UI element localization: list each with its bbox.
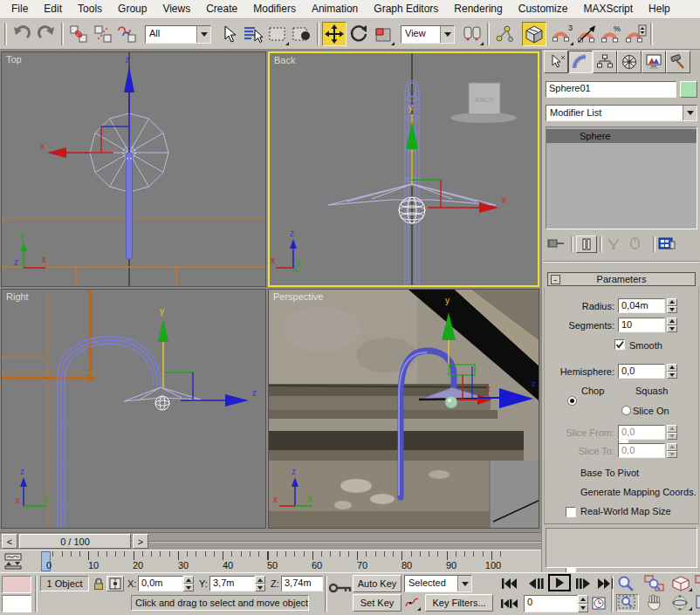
hemisphere-field[interactable]: 0,0 [618,364,665,379]
show-end-result-button[interactable] [576,236,597,253]
hemisphere-spinner[interactable] [667,364,677,379]
select-and-manipulate-button[interactable] [492,22,517,46]
snaps-toggle-button[interactable] [522,22,546,46]
menu-rendering[interactable]: Rendering [446,0,510,18]
arc-rotate-button[interactable] [670,594,693,612]
select-and-scale-button[interactable] [371,22,395,46]
play-button[interactable] [548,574,571,591]
auto-key-button[interactable]: Auto Key [353,575,401,592]
y-spinner[interactable] [255,576,265,591]
menu-file[interactable]: File [3,0,36,18]
zoom-extents-all-button[interactable] [695,575,700,592]
dropdown-arrow-icon[interactable] [457,576,471,591]
viewport-perspective-label[interactable]: Perspective [273,291,323,302]
select-object-button[interactable] [216,22,241,46]
previous-frame-button[interactable]: < [2,534,17,549]
x-coordinate-field[interactable]: 0,0m [138,576,183,591]
pin-stack-button[interactable] [547,236,568,252]
selected-sphere-perspective[interactable] [445,396,457,408]
dropdown-arrow-icon[interactable] [440,26,454,43]
segments-field[interactable]: 10 [618,318,665,332]
parameters-rollout-header[interactable]: - Parameters [547,272,696,286]
tab-display[interactable] [642,51,666,73]
radius-field[interactable]: 0,04m [618,298,665,313]
menu-maxscript[interactable]: MAXScript [575,0,641,18]
rollout-collapse-icon[interactable]: - [551,275,560,284]
tab-utilities[interactable] [666,51,690,73]
angle-snap-arrow-button[interactable] [574,22,599,46]
maxscript-listener[interactable] [2,595,31,612]
redo-button[interactable] [34,22,58,46]
menu-customize[interactable]: Customize [511,0,576,18]
select-and-move-button[interactable] [322,22,347,46]
tab-hierarchy[interactable] [593,51,617,73]
object-name-field[interactable]: Sphere01 [546,81,676,98]
z-coordinate-field[interactable]: 3,74m [281,576,323,591]
viewport-back-label[interactable]: Back [274,55,295,65]
viewport-back[interactable]: Back BACK [268,51,539,287]
rectangular-selection-region-button[interactable] [265,22,290,46]
time-slider-track[interactable]: < 0 / 100 > [0,532,541,550]
go-to-start-button[interactable] [499,575,521,592]
menu-graph-editors[interactable]: Graph Editors [366,0,446,18]
frame-spinner[interactable] [578,595,588,612]
radius-spinner[interactable] [667,298,677,313]
lock-selection-button[interactable] [93,577,105,592]
configure-modifier-sets-button[interactable] [658,236,681,252]
ghost-back-object[interactable]: BACK [450,83,517,123]
current-frame-field[interactable]: 0 [524,595,578,612]
select-and-rotate-button[interactable] [347,22,371,46]
move-gizmo-top[interactable]: z x [40,55,134,158]
zoom-extents-button[interactable] [670,575,693,592]
time-configuration-button[interactable] [592,596,611,613]
key-mode-toggle-button[interactable] [499,596,520,613]
segments-spinner[interactable] [667,318,677,332]
set-key-button[interactable]: Set Key [353,594,401,612]
bind-to-spacewarp-button[interactable] [115,22,140,46]
go-to-end-button[interactable] [595,575,617,592]
angle-snap-button[interactable]: 3 [550,22,574,46]
use-pivot-center-button[interactable] [460,22,484,46]
next-frame-step-button[interactable] [574,575,594,592]
track-bar[interactable]: 0 10 20 30 40 50 60 70 80 90 100 [0,550,541,572]
viewport-perspective[interactable]: Perspective [268,289,539,529]
menu-animation[interactable]: Animation [304,0,366,18]
x-spinner[interactable] [183,576,194,591]
tab-motion[interactable] [617,51,642,73]
remove-modifier-button[interactable] [628,236,650,252]
make-unique-button[interactable] [605,236,628,252]
squash-radio[interactable] [621,406,631,415]
maxscript-mini-listener[interactable] [2,576,31,593]
dropdown-arrow-icon[interactable] [196,26,210,43]
menu-help[interactable]: Help [641,0,678,18]
key-mode-dropdown[interactable]: Selected [404,575,472,592]
trackbar-toggle-button[interactable] [3,553,26,572]
y-coordinate-field[interactable]: 3,7m [209,576,255,591]
zoom-all-button[interactable] [644,575,665,594]
time-slider-handle[interactable]: 0 / 100 [19,534,131,549]
key-filters-button[interactable]: Key Filters... [425,594,493,612]
unlink-button[interactable] [91,22,115,46]
default-tangent-button[interactable] [404,596,422,612]
undo-button[interactable] [10,22,34,46]
menu-modifiers[interactable]: Modifiers [245,0,304,18]
menu-tools[interactable]: Tools [70,0,110,18]
zoom-button[interactable] [616,575,637,594]
modifier-list-dropdown[interactable]: Modifier List [546,105,697,121]
select-and-link-button[interactable] [66,22,91,46]
viewport-right-label[interactable]: Right [6,291,29,302]
window-crossing-button[interactable] [290,22,314,46]
selection-filter-dropdown[interactable]: All [145,25,211,44]
smooth-checkbox[interactable] [614,339,625,350]
pan-button[interactable] [644,594,665,613]
lamp-pole-top[interactable] [127,153,133,259]
dropdown-arrow-icon[interactable] [683,106,697,120]
reference-coordinate-dropdown[interactable]: View [401,25,455,44]
region-zoom-button[interactable] [616,594,639,612]
menu-group[interactable]: Group [110,0,154,18]
previous-frame-step-button[interactable] [525,575,545,592]
menu-views[interactable]: Views [154,0,198,18]
absolute-offset-toggle-button[interactable] [106,576,124,591]
base-to-pivot-checkbox[interactable] [566,507,576,517]
menu-edit[interactable]: Edit [36,0,70,18]
